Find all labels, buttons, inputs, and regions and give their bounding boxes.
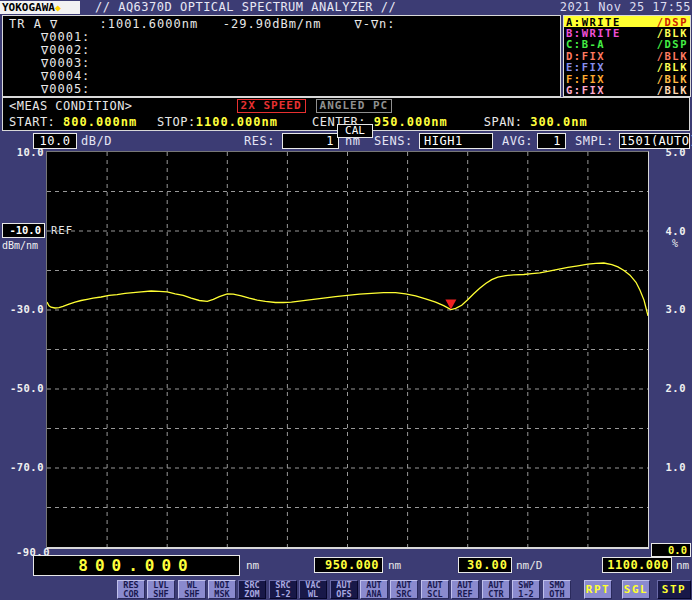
softkey-vac-wl[interactable]: VACWL: [299, 580, 327, 599]
angled-pc-badge: ANGLED PC: [316, 99, 393, 113]
softkey-label-line1: SGL: [623, 581, 649, 598]
trace-legend-row-e[interactable]: E:FIX/BLK: [564, 62, 690, 73]
y-axis-label-n30: -30.0: [2, 303, 44, 315]
trace-legend-row-c[interactable]: C:B-A/DSP: [564, 39, 690, 50]
right-axis-label-3: 3.0: [656, 303, 686, 315]
stop-unit: nm: [676, 559, 689, 572]
softkey-aut-scl[interactable]: AUTSCL: [421, 580, 449, 599]
trace-legend: A:WRITE/DSPB:WRITE/BLKC:B-A/DSPD:FIX/BLK…: [563, 15, 691, 97]
softkey-label-line2: ZOM: [239, 590, 265, 599]
page-title: // AQ6370D OPTICAL SPECTRUM ANALYZER //: [95, 1, 396, 14]
meas-condition-heading: <MEAS CONDITION>: [9, 99, 133, 113]
softkey-label-line2: OFS: [331, 590, 357, 599]
softkey-aut-ref[interactable]: AUTREF: [451, 580, 479, 599]
right-axis-label-2: 2.0: [656, 382, 686, 394]
right-axis-zero-field[interactable]: 0.0: [651, 543, 691, 557]
trace-status: /BLK: [657, 61, 688, 73]
trace-label: D:FIX: [566, 50, 605, 62]
softkey-stp[interactable]: STP: [657, 580, 691, 599]
meas-field-value: 1100.000nm: [196, 115, 278, 129]
softkey-smo-oth[interactable]: SMOOTH: [543, 580, 571, 599]
marker-trace-readout: TR A ∇ :1001.6000nm -29.90dBm/nm ∇-∇n:: [3, 16, 560, 31]
trace-legend-row-f[interactable]: F:FIX/BLK: [564, 73, 690, 84]
softkey-label-line2: 1-2: [270, 590, 296, 599]
meas-field-value: 800.000nm: [63, 115, 137, 129]
trace-status: /BLK: [657, 27, 688, 39]
scale-unit: nm/D: [516, 559, 543, 572]
stop-wavelength-field[interactable]: 1100.000: [602, 557, 672, 573]
softkey-src-zom[interactable]: SRCZOM: [238, 580, 266, 599]
start-unit: nm: [246, 559, 259, 572]
trace-status: /BLK: [657, 84, 688, 96]
softkey-wl-shf[interactable]: WLSHF: [178, 580, 206, 599]
softkey-swp-1-2[interactable]: SWP1-2: [512, 580, 540, 599]
avg-label: AVG:: [502, 134, 533, 148]
trace-label: C:B-A: [566, 38, 605, 50]
brand-text: YOKOGAWA: [2, 1, 55, 14]
diamond-icon: ◆: [55, 2, 61, 13]
y-axis-label-10: 10.0: [2, 146, 44, 158]
softkey-noi-msk[interactable]: NOIMSK: [208, 580, 236, 599]
meas-field-label: START:: [9, 115, 63, 129]
y-axis-unit: dBm/nm: [2, 240, 38, 251]
spectrum-trace-svg: [47, 152, 648, 547]
softkey-label-line2: SHF: [179, 590, 205, 599]
softkey-lvl-shf[interactable]: LVLSHF: [147, 580, 175, 599]
marker-row-5: ∇0005:: [3, 83, 560, 96]
softkey-label-line2: ANA: [361, 590, 387, 599]
right-axis-label-1: 1.0: [656, 461, 686, 473]
softkey-aut-ofs[interactable]: AUTOFS: [330, 580, 358, 599]
ref-label: REF: [51, 224, 73, 236]
start-wavelength-field[interactable]: 800.000: [33, 555, 240, 576]
trace-legend-row-a[interactable]: A:WRITE/DSP: [564, 16, 690, 27]
trace-legend-row-b[interactable]: B:WRITE/BLK: [564, 27, 690, 38]
meas-field-value: 300.0nm: [530, 115, 588, 129]
softkey-label-line2: SHF: [148, 590, 174, 599]
softkey-label-line2: MSK: [209, 590, 235, 599]
sens-field[interactable]: HIGH1: [419, 133, 493, 149]
trace-status: /BLK: [657, 50, 688, 62]
meas-field-label: SPAN:: [484, 115, 530, 129]
res-field[interactable]: 1: [282, 133, 339, 149]
yokogawa-logo: YOKOGAWA◆: [0, 1, 80, 14]
avg-field[interactable]: 1: [537, 133, 566, 149]
trace-label: E:FIX: [566, 61, 605, 73]
center-unit: nm: [388, 559, 401, 572]
softkey-res-cor[interactable]: RESCOR: [117, 580, 145, 599]
datetime: 2021 Nov 25 17:55: [560, 1, 691, 14]
trace-legend-row-g[interactable]: G:FIX/BLK: [564, 84, 690, 95]
meas-fields-row: START: 800.000nmSTOP:1100.000nmCENTER: 9…: [9, 114, 588, 129]
right-axis-label-5: 5.0: [656, 146, 686, 158]
scale-per-div-field[interactable]: 30.00: [458, 557, 512, 573]
graticule: [47, 152, 648, 547]
sens-label: SENS:: [374, 134, 413, 148]
y-axis-label-n70: -70.0: [2, 461, 44, 473]
softkey-aut-src[interactable]: AUTSRC: [390, 580, 418, 599]
softkey-label-line2: OTH: [544, 590, 570, 599]
meas-condition-row: <MEAS CONDITION> 2X SPEED ANGLED PC: [9, 99, 392, 113]
softkey-sgl[interactable]: SGL: [622, 580, 650, 599]
y-axis-label-n50: -50.0: [2, 382, 44, 394]
marker-readout-panel: TR A ∇ :1001.6000nm -29.90dBm/nm ∇-∇n: ∇…: [2, 15, 561, 97]
ref-level-field[interactable]: -10.0: [2, 223, 45, 238]
right-axis-unit: %: [664, 238, 686, 249]
softkey-src-1-2[interactable]: SRC1-2: [269, 580, 297, 599]
center-wavelength-field[interactable]: 950.000: [314, 557, 383, 573]
cal-badge: CAL: [337, 124, 373, 138]
trace-status: /DSP: [657, 38, 688, 50]
trace-label: F:FIX: [566, 73, 605, 85]
res-label: RES:: [244, 134, 275, 148]
softkey-label-line2: SCL: [422, 590, 448, 599]
softkey-label-line2: CTR: [483, 590, 509, 599]
softkey-label-line1: STP: [658, 581, 690, 598]
softkey-label-line2: WL: [300, 590, 326, 599]
softkey-rpt[interactable]: RPT: [584, 580, 612, 599]
softkey-aut-ctr[interactable]: AUTCTR: [482, 580, 510, 599]
marker-list: ∇0001:∇0002:∇0003:∇0004:∇0005:: [3, 31, 560, 96]
trace-legend-row-d[interactable]: D:FIX/BLK: [564, 50, 690, 61]
right-axis-label-4: 4.0: [656, 225, 686, 237]
softkey-aut-ana[interactable]: AUTANA: [360, 580, 388, 599]
trace-label: B:WRITE: [566, 27, 621, 39]
spectrum-plot: REF: [46, 151, 649, 549]
trace-status: /DSP: [657, 16, 688, 28]
